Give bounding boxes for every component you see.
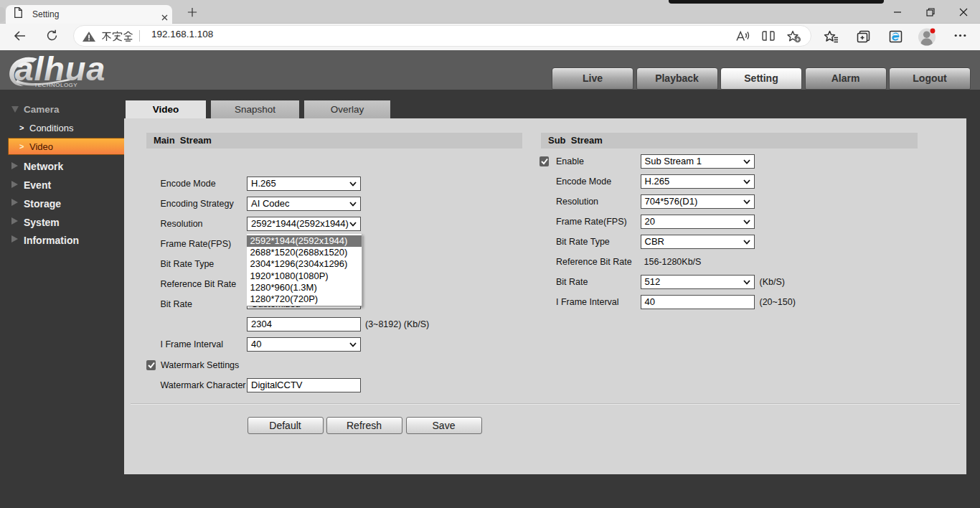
svg-text:TECHNOLOGY: TECHNOLOGY — [34, 82, 78, 88]
